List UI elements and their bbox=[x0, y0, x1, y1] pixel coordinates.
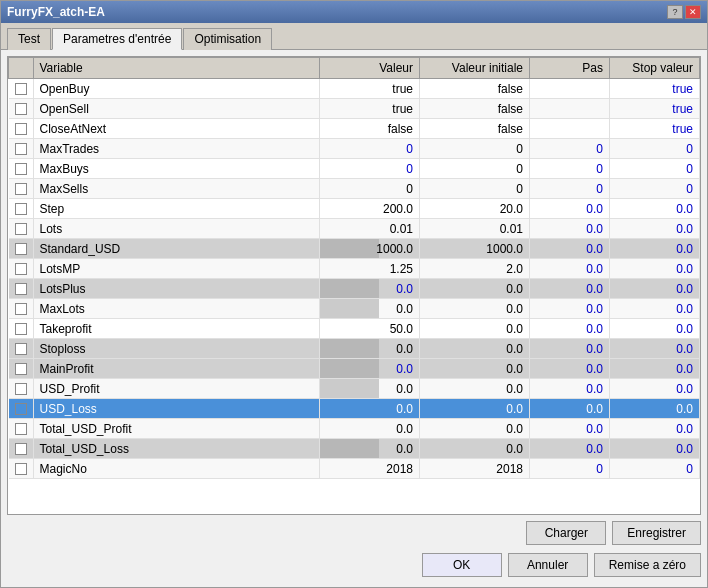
row-valeur-initiale: 0.01 bbox=[420, 219, 530, 239]
row-valeur: 0.0 bbox=[320, 379, 420, 399]
table-row: Standard_USD1000.01000.00.00.0 bbox=[9, 239, 700, 259]
row-checkbox[interactable] bbox=[15, 303, 27, 315]
row-checkbox[interactable] bbox=[15, 83, 27, 95]
row-checkbox[interactable] bbox=[15, 243, 27, 255]
row-valeur-initiale: 2018 bbox=[420, 459, 530, 479]
row-pas: 0.0 bbox=[530, 339, 610, 359]
window-title: FurryFX_atch-EA bbox=[7, 5, 105, 19]
table-row: Step200.020.00.00.0 bbox=[9, 199, 700, 219]
row-checkbox[interactable] bbox=[15, 143, 27, 155]
row-checkbox[interactable] bbox=[15, 443, 27, 455]
col-checkbox bbox=[9, 58, 34, 79]
row-pas: 0.0 bbox=[530, 319, 610, 339]
annuler-button[interactable]: Annuler bbox=[508, 553, 588, 577]
row-stop-valeur: 0.0 bbox=[610, 419, 700, 439]
table-row: MaxSells0000 bbox=[9, 179, 700, 199]
row-pas: 0 bbox=[530, 159, 610, 179]
row-pas: 0.0 bbox=[530, 379, 610, 399]
row-variable: Total_USD_Loss bbox=[33, 439, 320, 459]
row-stop-valeur: 0.0 bbox=[610, 299, 700, 319]
row-valeur-initiale: 0.0 bbox=[420, 339, 530, 359]
row-stop-valeur: 0.0 bbox=[610, 239, 700, 259]
row-valeur-initiale: 0.0 bbox=[420, 419, 530, 439]
row-valeur-initiale: 0.0 bbox=[420, 319, 530, 339]
row-stop-valeur: 0.0 bbox=[610, 339, 700, 359]
enregistrer-button[interactable]: Enregistrer bbox=[612, 521, 701, 545]
help-button[interactable]: ? bbox=[667, 5, 683, 19]
table-row: CloseAtNextfalsefalsetrue bbox=[9, 119, 700, 139]
table-row: MaxBuys0000 bbox=[9, 159, 700, 179]
row-stop-valeur: 0.0 bbox=[610, 379, 700, 399]
row-checkbox[interactable] bbox=[15, 343, 27, 355]
row-variable: Standard_USD bbox=[33, 239, 320, 259]
row-checkbox[interactable] bbox=[15, 163, 27, 175]
row-checkbox[interactable] bbox=[15, 463, 27, 475]
row-valeur: 0.0 bbox=[320, 279, 420, 299]
row-variable: MaxLots bbox=[33, 299, 320, 319]
table-row: MainProfit0.00.00.00.0 bbox=[9, 359, 700, 379]
row-variable: USD_Loss bbox=[33, 399, 320, 419]
parameters-table: Variable Valeur Valeur initiale Pas Stop… bbox=[8, 57, 700, 479]
col-valeur: Valeur bbox=[320, 58, 420, 79]
row-valeur-initiale: false bbox=[420, 119, 530, 139]
row-pas: 0.0 bbox=[530, 359, 610, 379]
row-pas: 0.0 bbox=[530, 239, 610, 259]
remise-a-zero-button[interactable]: Remise a zéro bbox=[594, 553, 701, 577]
row-checkbox[interactable] bbox=[15, 283, 27, 295]
row-stop-valeur: 0.0 bbox=[610, 279, 700, 299]
tabs-bar: Test Parametres d'entrée Optimisation bbox=[1, 23, 707, 50]
footer-buttons: OK Annuler Remise a zéro bbox=[7, 549, 701, 581]
close-button[interactable]: ✕ bbox=[685, 5, 701, 19]
row-checkbox[interactable] bbox=[15, 183, 27, 195]
row-valeur: 0 bbox=[320, 159, 420, 179]
row-valeur: 0 bbox=[320, 139, 420, 159]
col-variable: Variable bbox=[33, 58, 320, 79]
row-checkbox[interactable] bbox=[15, 223, 27, 235]
row-valeur: 0.0 bbox=[320, 419, 420, 439]
ok-button[interactable]: OK bbox=[422, 553, 502, 577]
row-pas: 0.0 bbox=[530, 399, 610, 419]
row-valeur: 0.0 bbox=[320, 299, 420, 319]
row-checkbox[interactable] bbox=[15, 263, 27, 275]
row-valeur: true bbox=[320, 79, 420, 99]
tab-optimisation[interactable]: Optimisation bbox=[183, 28, 272, 50]
table-row: OpenBuytruefalsetrue bbox=[9, 79, 700, 99]
row-valeur: 1000.0 bbox=[320, 239, 420, 259]
row-checkbox[interactable] bbox=[15, 123, 27, 135]
row-valeur: true bbox=[320, 99, 420, 119]
row-variable: USD_Profit bbox=[33, 379, 320, 399]
row-checkbox[interactable] bbox=[15, 103, 27, 115]
row-pas: 0 bbox=[530, 139, 610, 159]
row-stop-valeur: 0 bbox=[610, 139, 700, 159]
row-variable: MaxBuys bbox=[33, 159, 320, 179]
row-valeur: 0 bbox=[320, 179, 420, 199]
row-valeur-initiale: 20.0 bbox=[420, 199, 530, 219]
col-valeur-initiale: Valeur initiale bbox=[420, 58, 530, 79]
table-row: MaxTrades0000 bbox=[9, 139, 700, 159]
row-pas: 0 bbox=[530, 459, 610, 479]
row-checkbox[interactable] bbox=[15, 403, 27, 415]
row-stop-valeur: 0.0 bbox=[610, 259, 700, 279]
row-checkbox[interactable] bbox=[15, 203, 27, 215]
row-checkbox[interactable] bbox=[15, 363, 27, 375]
row-pas: 0.0 bbox=[530, 259, 610, 279]
main-content: Variable Valeur Valeur initiale Pas Stop… bbox=[1, 50, 707, 587]
row-checkbox[interactable] bbox=[15, 423, 27, 435]
row-stop-valeur: 0.0 bbox=[610, 199, 700, 219]
tab-test[interactable]: Test bbox=[7, 28, 51, 50]
row-pas: 0.0 bbox=[530, 279, 610, 299]
tab-parametres[interactable]: Parametres d'entrée bbox=[52, 28, 182, 50]
row-checkbox[interactable] bbox=[15, 383, 27, 395]
row-valeur: 0.0 bbox=[320, 339, 420, 359]
row-valeur: 0.0 bbox=[320, 359, 420, 379]
row-pas bbox=[530, 119, 610, 139]
row-stop-valeur: true bbox=[610, 99, 700, 119]
row-valeur-initiale: false bbox=[420, 99, 530, 119]
row-variable: Takeprofit bbox=[33, 319, 320, 339]
row-valeur-initiale: 0 bbox=[420, 159, 530, 179]
row-valeur: 0.0 bbox=[320, 439, 420, 459]
charger-button[interactable]: Charger bbox=[526, 521, 606, 545]
row-valeur: 200.0 bbox=[320, 199, 420, 219]
row-checkbox[interactable] bbox=[15, 323, 27, 335]
row-valeur-initiale: 0.0 bbox=[420, 379, 530, 399]
